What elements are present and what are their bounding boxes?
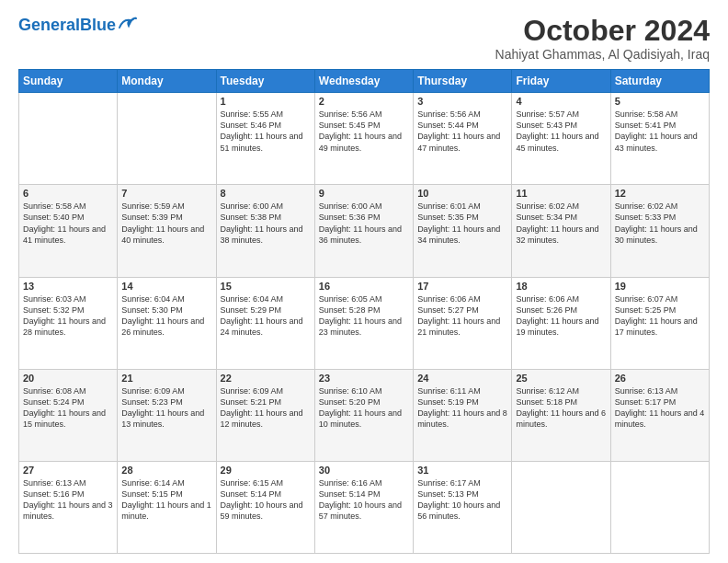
calendar-cell: 16Sunrise: 6:05 AMSunset: 5:28 PMDayligh… — [314, 277, 413, 369]
header: GeneralBlue October 2024 Nahiyat Ghammas… — [18, 15, 710, 62]
calendar-cell: 19Sunrise: 6:07 AMSunset: 5:25 PMDayligh… — [610, 277, 709, 369]
cell-day-number: 21 — [121, 373, 211, 384]
calendar-cell: 26Sunrise: 6:13 AMSunset: 5:17 PMDayligh… — [610, 369, 709, 461]
calendar-cell: 29Sunrise: 6:15 AMSunset: 5:14 PMDayligh… — [216, 461, 314, 553]
cell-day-number: 24 — [417, 373, 507, 384]
cell-day-number: 28 — [121, 465, 211, 476]
weekday-header-tuesday: Tuesday — [216, 70, 314, 93]
logo: GeneralBlue — [18, 15, 138, 36]
calendar-cell: 23Sunrise: 6:10 AMSunset: 5:20 PMDayligh… — [314, 369, 413, 461]
calendar-cell: 10Sunrise: 6:01 AMSunset: 5:35 PMDayligh… — [414, 185, 512, 277]
cell-content: Sunrise: 6:04 AMSunset: 5:29 PMDaylight:… — [221, 293, 311, 339]
weekday-header-row: SundayMondayTuesdayWednesdayThursdayFrid… — [19, 70, 710, 93]
week-row-5: 27Sunrise: 6:13 AMSunset: 5:16 PMDayligh… — [19, 461, 710, 553]
cell-day-number: 16 — [319, 281, 409, 292]
calendar-cell: 25Sunrise: 6:12 AMSunset: 5:18 PMDayligh… — [512, 369, 610, 461]
cell-content: Sunrise: 6:11 AMSunset: 5:19 PMDaylight:… — [417, 385, 507, 431]
calendar-cell: 9Sunrise: 6:00 AMSunset: 5:36 PMDaylight… — [314, 185, 413, 277]
cell-content: Sunrise: 6:06 AMSunset: 5:27 PMDaylight:… — [417, 293, 507, 339]
cell-content: Sunrise: 6:02 AMSunset: 5:34 PMDaylight:… — [516, 201, 606, 246]
calendar-cell: 5Sunrise: 5:58 AMSunset: 5:41 PMDaylight… — [610, 93, 709, 185]
cell-content: Sunrise: 6:12 AMSunset: 5:18 PMDaylight:… — [516, 385, 606, 431]
calendar-cell: 8Sunrise: 6:00 AMSunset: 5:38 PMDaylight… — [216, 185, 314, 277]
week-row-3: 13Sunrise: 6:03 AMSunset: 5:32 PMDayligh… — [19, 277, 710, 369]
calendar-cell: 31Sunrise: 6:17 AMSunset: 5:13 PMDayligh… — [414, 461, 512, 553]
cell-day-number: 14 — [121, 281, 211, 292]
weekday-header-friday: Friday — [512, 70, 610, 93]
calendar-cell: 17Sunrise: 6:06 AMSunset: 5:27 PMDayligh… — [414, 277, 512, 369]
cell-day-number: 23 — [319, 373, 409, 384]
cell-day-number: 29 — [221, 465, 311, 476]
cell-content: Sunrise: 6:10 AMSunset: 5:20 PMDaylight:… — [319, 385, 409, 431]
cell-day-number: 27 — [23, 465, 113, 476]
cell-content: Sunrise: 5:57 AMSunset: 5:43 PMDaylight:… — [516, 109, 606, 154]
cell-day-number: 8 — [221, 188, 311, 199]
cell-day-number: 9 — [319, 188, 409, 199]
weekday-header-monday: Monday — [118, 70, 216, 93]
cell-day-number: 18 — [516, 281, 606, 292]
calendar-cell: 22Sunrise: 6:09 AMSunset: 5:21 PMDayligh… — [216, 369, 314, 461]
cell-content: Sunrise: 6:17 AMSunset: 5:13 PMDaylight:… — [417, 477, 507, 523]
cell-content: Sunrise: 6:14 AMSunset: 5:15 PMDaylight:… — [121, 477, 211, 523]
cell-day-number: 31 — [417, 465, 507, 476]
logo-blue: Blue — [80, 16, 116, 34]
calendar-cell — [512, 461, 610, 553]
cell-day-number: 20 — [23, 373, 113, 384]
subtitle: Nahiyat Ghammas, Al Qadisiyah, Iraq — [495, 47, 710, 62]
cell-day-number: 17 — [417, 281, 507, 292]
cell-content: Sunrise: 5:58 AMSunset: 5:41 PMDaylight:… — [615, 109, 705, 154]
cell-content: Sunrise: 6:02 AMSunset: 5:33 PMDaylight:… — [615, 201, 705, 246]
cell-day-number: 12 — [615, 188, 705, 199]
cell-content: Sunrise: 6:13 AMSunset: 5:17 PMDaylight:… — [615, 385, 705, 431]
cell-content: Sunrise: 5:55 AMSunset: 5:46 PMDaylight:… — [221, 109, 311, 154]
cell-day-number: 15 — [221, 281, 311, 292]
cell-day-number: 25 — [516, 373, 606, 384]
logo-general: General — [18, 16, 80, 34]
calendar-cell: 2Sunrise: 5:56 AMSunset: 5:45 PMDaylight… — [314, 93, 413, 185]
cell-day-number: 19 — [615, 281, 705, 292]
cell-day-number: 6 — [23, 188, 113, 199]
calendar-cell: 24Sunrise: 6:11 AMSunset: 5:19 PMDayligh… — [414, 369, 512, 461]
week-row-4: 20Sunrise: 6:08 AMSunset: 5:24 PMDayligh… — [19, 369, 710, 461]
cell-day-number: 3 — [417, 96, 507, 107]
cell-content: Sunrise: 6:07 AMSunset: 5:25 PMDaylight:… — [615, 293, 705, 339]
week-row-2: 6Sunrise: 5:58 AMSunset: 5:40 PMDaylight… — [19, 185, 710, 277]
cell-content: Sunrise: 5:59 AMSunset: 5:39 PMDaylight:… — [121, 201, 211, 246]
calendar-table: SundayMondayTuesdayWednesdayThursdayFrid… — [18, 69, 710, 554]
calendar-cell: 7Sunrise: 5:59 AMSunset: 5:39 PMDaylight… — [118, 185, 216, 277]
calendar-cell: 13Sunrise: 6:03 AMSunset: 5:32 PMDayligh… — [19, 277, 118, 369]
calendar-cell: 15Sunrise: 6:04 AMSunset: 5:29 PMDayligh… — [216, 277, 314, 369]
cell-content: Sunrise: 6:15 AMSunset: 5:14 PMDaylight:… — [221, 477, 311, 523]
cell-content: Sunrise: 6:05 AMSunset: 5:28 PMDaylight:… — [319, 293, 409, 339]
calendar-cell: 1Sunrise: 5:55 AMSunset: 5:46 PMDaylight… — [216, 93, 314, 185]
cell-day-number: 30 — [319, 465, 409, 476]
calendar-page: GeneralBlue October 2024 Nahiyat Ghammas… — [0, 0, 728, 563]
cell-content: Sunrise: 6:00 AMSunset: 5:36 PMDaylight:… — [319, 201, 409, 246]
calendar-cell: 27Sunrise: 6:13 AMSunset: 5:16 PMDayligh… — [19, 461, 118, 553]
calendar-cell — [610, 461, 709, 553]
cell-day-number: 22 — [221, 373, 311, 384]
weekday-header-wednesday: Wednesday — [314, 70, 413, 93]
calendar-cell: 4Sunrise: 5:57 AMSunset: 5:43 PMDaylight… — [512, 93, 610, 185]
cell-content: Sunrise: 5:58 AMSunset: 5:40 PMDaylight:… — [23, 201, 113, 246]
logo-text: GeneralBlue — [18, 16, 116, 35]
cell-day-number: 26 — [615, 373, 705, 384]
calendar-cell: 18Sunrise: 6:06 AMSunset: 5:26 PMDayligh… — [512, 277, 610, 369]
calendar-cell: 28Sunrise: 6:14 AMSunset: 5:15 PMDayligh… — [118, 461, 216, 553]
cell-day-number: 5 — [615, 96, 705, 107]
cell-content: Sunrise: 6:09 AMSunset: 5:23 PMDaylight:… — [121, 385, 211, 431]
cell-content: Sunrise: 6:09 AMSunset: 5:21 PMDaylight:… — [221, 385, 311, 431]
cell-content: Sunrise: 6:01 AMSunset: 5:35 PMDaylight:… — [417, 201, 507, 246]
cell-content: Sunrise: 5:56 AMSunset: 5:45 PMDaylight:… — [319, 109, 409, 154]
cell-content: Sunrise: 6:16 AMSunset: 5:14 PMDaylight:… — [319, 477, 409, 523]
title-block: October 2024 Nahiyat Ghammas, Al Qadisiy… — [495, 15, 710, 62]
calendar-cell: 20Sunrise: 6:08 AMSunset: 5:24 PMDayligh… — [19, 369, 118, 461]
calendar-cell: 12Sunrise: 6:02 AMSunset: 5:33 PMDayligh… — [610, 185, 709, 277]
cell-day-number: 7 — [121, 188, 211, 199]
weekday-header-saturday: Saturday — [610, 70, 709, 93]
cell-content: Sunrise: 6:00 AMSunset: 5:38 PMDaylight:… — [221, 201, 311, 246]
cell-content: Sunrise: 5:56 AMSunset: 5:44 PMDaylight:… — [417, 109, 507, 154]
cell-content: Sunrise: 6:06 AMSunset: 5:26 PMDaylight:… — [516, 293, 606, 339]
calendar-cell: 11Sunrise: 6:02 AMSunset: 5:34 PMDayligh… — [512, 185, 610, 277]
logo-bird-icon — [118, 15, 138, 36]
